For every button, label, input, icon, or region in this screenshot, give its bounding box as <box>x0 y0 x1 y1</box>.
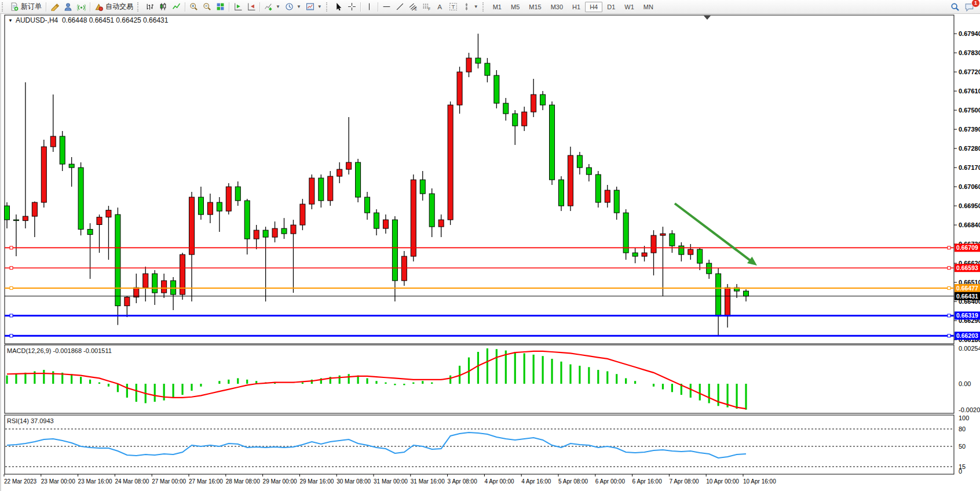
svg-text:0.67830: 0.67830 <box>959 49 980 56</box>
indicators-button[interactable]: ▼ <box>262 1 283 13</box>
profile-button[interactable] <box>61 1 75 13</box>
horizontal-line-button[interactable] <box>380 1 393 13</box>
bar-chart-button[interactable] <box>143 1 156 13</box>
separator <box>229 2 229 12</box>
svg-text:0.66203: 0.66203 <box>956 332 978 339</box>
search-button[interactable] <box>948 1 962 13</box>
svg-text:6 Apr 16:00: 6 Apr 16:00 <box>632 478 663 485</box>
equidistant-channel-button[interactable]: E <box>407 1 420 13</box>
arrows-icon <box>462 2 471 11</box>
chevron-down-icon: ▼ <box>276 4 280 9</box>
line-handle <box>948 267 950 270</box>
svg-text:0.66431: 0.66431 <box>956 293 978 300</box>
svg-text:24 Mar 08:00: 24 Mar 08:00 <box>115 478 149 485</box>
pane-border <box>5 345 954 413</box>
separator <box>360 2 361 12</box>
line-handle <box>10 287 13 290</box>
templates-button[interactable]: ▼ <box>303 1 324 13</box>
styler-button[interactable] <box>48 1 61 13</box>
symbol-period: AUDUSD-,H4 <box>16 16 58 24</box>
svg-text:3 Apr 08:00: 3 Apr 08:00 <box>448 478 478 485</box>
toolbar-grip <box>137 2 141 12</box>
timeframe-M15[interactable]: M15 <box>524 2 546 12</box>
timeframe-M5[interactable]: M5 <box>506 2 524 12</box>
notification-badge: 1 <box>971 0 980 8</box>
fibonacci-icon: F <box>422 2 431 11</box>
signal-icon <box>77 2 86 11</box>
line-handle <box>948 314 950 317</box>
svg-text:100: 100 <box>959 414 969 421</box>
price-chart[interactable]: 0.679400.678300.677200.676100.675000.673… <box>1 14 980 491</box>
arrows-button[interactable]: ▼ <box>460 1 481 13</box>
timeframe-MN[interactable]: MN <box>639 2 658 12</box>
clock-icon <box>285 2 294 11</box>
rsi-indicator-label: RSI(14) 37.0943 <box>7 417 54 424</box>
svg-text:6 Apr 00:00: 6 Apr 00:00 <box>595 478 626 485</box>
tile-windows-icon <box>216 2 225 11</box>
svg-text:0.66477: 0.66477 <box>956 285 978 292</box>
chart-shift-button[interactable] <box>244 1 258 13</box>
symbol-dropdown-icon[interactable]: ▼ <box>8 18 13 23</box>
zoom-out-button[interactable] <box>200 1 214 13</box>
svg-text:0.002547: 0.002547 <box>959 345 980 352</box>
vertical-line-button[interactable] <box>363 1 376 13</box>
line-handle <box>948 287 950 290</box>
toolbar-grip <box>326 2 330 12</box>
timeframe-H4[interactable]: H4 <box>585 2 602 12</box>
notifications-button[interactable]: 1 <box>962 1 977 13</box>
line-handle <box>948 334 950 337</box>
text-label-button[interactable]: T <box>447 1 460 13</box>
crosshair-button[interactable] <box>345 1 359 13</box>
chart-shift-icon <box>247 2 255 11</box>
auto-trading-button[interactable]: 自动交易 <box>92 1 136 13</box>
new-order-button[interactable]: 新订单 <box>8 1 44 13</box>
line-handle <box>10 267 13 270</box>
auto-trading-label: 自动交易 <box>105 2 133 12</box>
timeframe-group: M1M5M15M30H1H4D1W1MN <box>488 1 658 12</box>
trendline-button[interactable] <box>393 1 407 13</box>
svg-text:0.67390: 0.67390 <box>959 126 980 133</box>
svg-text:29 Mar 00:00: 29 Mar 00:00 <box>263 478 297 485</box>
separator <box>185 2 185 12</box>
periods-button[interactable]: ▼ <box>283 1 303 13</box>
new-order-label: 新订单 <box>21 2 42 12</box>
svg-text:27 Mar 00:00: 27 Mar 00:00 <box>152 478 186 485</box>
auto-trading-icon <box>94 2 103 11</box>
timeframe-M1[interactable]: M1 <box>488 2 506 12</box>
fibonacci-button[interactable]: F <box>420 1 433 13</box>
chevron-down-icon: ▼ <box>474 4 478 9</box>
time-axis: 22 Mar 202323 Mar 00:0023 Mar 16:0024 Ma… <box>4 474 776 485</box>
svg-text:0.66950: 0.66950 <box>959 202 980 209</box>
candlestick-chart-button[interactable] <box>156 1 170 13</box>
svg-text:0.67060: 0.67060 <box>959 183 980 190</box>
timeframe-H1[interactable]: H1 <box>568 2 585 12</box>
signal-button[interactable] <box>75 1 88 13</box>
zoom-out-icon <box>203 2 211 11</box>
ohlc-quote: 0.66448 0.66451 0.66425 0.66431 <box>62 16 169 24</box>
crayon-icon <box>50 2 59 11</box>
line-handle <box>10 246 13 249</box>
svg-text:T: T <box>451 3 455 10</box>
mt4-window: 新订单 自动交易 ▼ ▼ ▼ E F <box>0 0 980 491</box>
text-button[interactable]: A <box>433 1 447 13</box>
zoom-in-button[interactable] <box>187 1 200 13</box>
auto-scroll-button[interactable] <box>231 1 244 13</box>
bar-chart-icon <box>145 2 154 11</box>
svg-text:E: E <box>414 7 416 11</box>
svg-text:23 Mar 16:00: 23 Mar 16:00 <box>78 478 112 485</box>
trendline-icon <box>396 2 404 11</box>
line-handle <box>10 314 13 317</box>
toolbar-grip <box>2 2 5 12</box>
timeframe-D1[interactable]: D1 <box>602 2 620 12</box>
separator <box>90 2 90 12</box>
svg-text:0.67610: 0.67610 <box>959 88 980 94</box>
line-chart-button[interactable] <box>170 1 183 13</box>
svg-text:0.67170: 0.67170 <box>959 164 980 171</box>
cursor-button[interactable] <box>332 1 345 13</box>
timeframe-W1[interactable]: W1 <box>620 2 639 12</box>
tile-windows-button[interactable] <box>214 1 227 13</box>
svg-text:29 Mar 16:00: 29 Mar 16:00 <box>299 478 334 485</box>
line-chart-icon <box>172 2 181 11</box>
timeframe-M30[interactable]: M30 <box>546 2 568 12</box>
candlestick-icon <box>159 2 167 11</box>
